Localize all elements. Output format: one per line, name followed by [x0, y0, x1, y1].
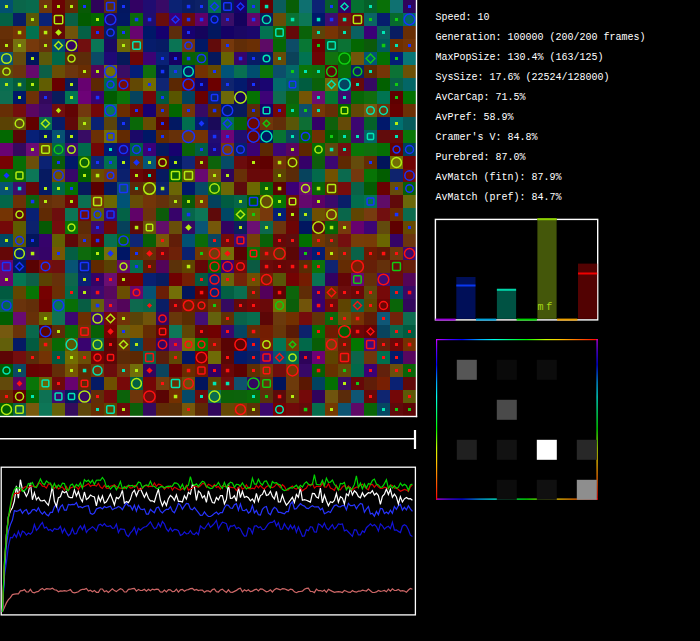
svg-text:m: m [538, 302, 544, 313]
svg-text:Generation: 100000 (200/200 fr: Generation: 100000 (200/200 frames) [436, 32, 646, 43]
svg-text:f: f [546, 302, 552, 313]
svg-text:Purebred: 87.0%: Purebred: 87.0% [436, 152, 526, 163]
svg-text:AvMatch (pref): 84.7%: AvMatch (pref): 84.7% [436, 192, 562, 203]
svg-text:Speed: 10: Speed: 10 [436, 12, 490, 23]
svg-text:AvPref: 58.9%: AvPref: 58.9% [436, 112, 514, 123]
svg-text:SysSize: 17.6% (22524/128000): SysSize: 17.6% (22524/128000) [436, 72, 610, 83]
svg-text:AvMatch (fitn): 87.9%: AvMatch (fitn): 87.9% [436, 172, 562, 183]
svg-text:Cramer's V: 84.8%: Cramer's V: 84.8% [436, 132, 538, 143]
svg-text:MaxPopSize: 130.4% (163/125): MaxPopSize: 130.4% (163/125) [436, 52, 604, 63]
svg-text:AvCarCap: 71.5%: AvCarCap: 71.5% [436, 92, 526, 103]
